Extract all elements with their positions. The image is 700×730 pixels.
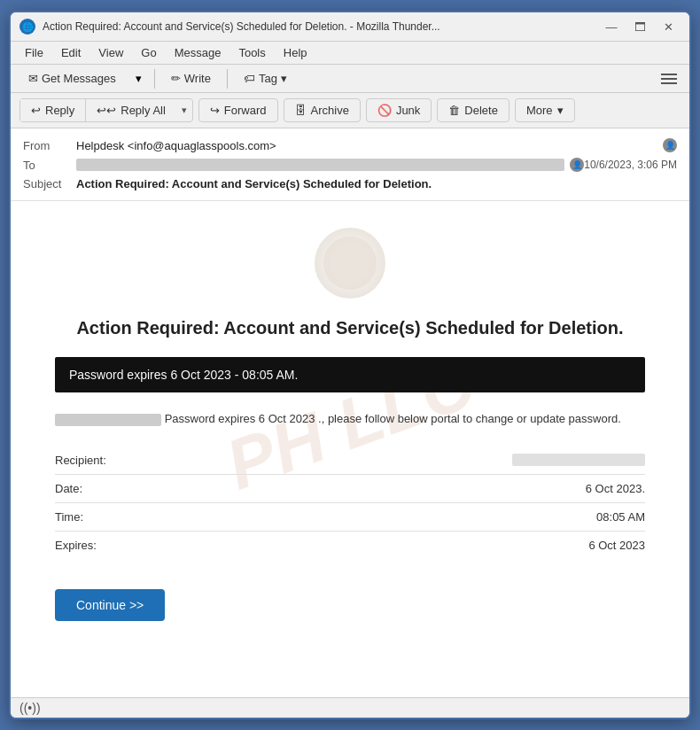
from-label: From xyxy=(23,139,76,152)
minimize-button[interactable]: — xyxy=(599,18,624,35)
menu-help[interactable]: Help xyxy=(276,43,315,62)
time-row: Time: 08:05 AM xyxy=(55,503,645,532)
to-contact-icon[interactable]: 👤 xyxy=(570,158,584,172)
email-date: 10/6/2023, 3:06 PM xyxy=(584,159,677,171)
junk-icon: 🚫 xyxy=(377,104,392,117)
menu-edit[interactable]: Edit xyxy=(54,43,88,62)
window-controls: — 🗖 ✕ xyxy=(599,18,681,35)
tag-label: Tag xyxy=(259,72,277,85)
menu-message[interactable]: Message xyxy=(167,43,229,62)
expires-label: Expires: xyxy=(55,539,97,552)
to-row: To 👤 10/6/2023, 3:06 PM xyxy=(23,155,677,175)
get-messages-dropdown[interactable]: ▾ xyxy=(130,68,147,89)
action-bar: ↩ Reply ↩↩ Reply All ▾ ↪ Forward 🗄 Archi… xyxy=(11,93,689,128)
subject-row: Subject Action Required: Account and Ser… xyxy=(23,175,677,193)
toolbar-separator xyxy=(154,69,155,89)
tag-icon: 🏷 xyxy=(244,72,255,85)
continue-button[interactable]: Continue >> xyxy=(55,589,165,621)
menu-go[interactable]: Go xyxy=(134,43,163,62)
email-logo xyxy=(315,228,385,299)
delete-button[interactable]: 🗑 Delete xyxy=(437,98,509,122)
hamburger-menu[interactable] xyxy=(657,70,681,88)
reply-all-label: Reply All xyxy=(121,104,166,117)
subject-label: Subject xyxy=(23,177,76,190)
toolbar-separator-2 xyxy=(227,69,228,89)
menu-tools[interactable]: Tools xyxy=(231,43,272,62)
maximize-button[interactable]: 🗖 xyxy=(627,18,652,35)
menu-file[interactable]: File xyxy=(18,43,51,62)
email-inner: Action Required: Account and Service(s) … xyxy=(55,228,645,621)
get-messages-button[interactable]: ✉ Get Messages xyxy=(19,68,125,89)
get-messages-label: Get Messages xyxy=(42,72,116,85)
hamburger-line-2 xyxy=(661,78,677,80)
close-button[interactable]: ✕ xyxy=(656,18,681,35)
expires-row: Expires: 6 Oct 2023 xyxy=(55,532,645,559)
time-value: 08:05 AM xyxy=(596,510,645,524)
email-logo-inner xyxy=(323,237,377,290)
recipient-row: Recipient: xyxy=(55,447,645,475)
menu-bar: File Edit View Go Message Tools Help xyxy=(11,42,689,65)
reply-dropdown-button[interactable]: ▾ xyxy=(176,98,193,122)
date-value: 6 Oct 2023. xyxy=(586,482,645,495)
junk-label: Junk xyxy=(396,104,420,117)
expires-value: 6 Oct 2023 xyxy=(588,539,645,552)
main-toolbar: ✉ Get Messages ▾ ✏ Write 🏷 Tag ▾ xyxy=(11,65,689,93)
intro-text: Password expires 6 Oct 2023 ., please fo… xyxy=(55,410,645,429)
write-button[interactable]: ✏ Write xyxy=(162,68,220,89)
forward-button[interactable]: ↪ Forward xyxy=(198,98,278,122)
reply-group: ↩ Reply ↩↩ Reply All ▾ xyxy=(19,98,193,122)
tag-button[interactable]: 🏷 Tag ▾ xyxy=(235,68,296,89)
password-bar: Password expires 6 Oct 2023 - 08:05 AM. xyxy=(55,357,645,392)
title-bar: 🌐 Action Required: Account and Service(s… xyxy=(11,12,689,42)
main-window: 🌐 Action Required: Account and Service(s… xyxy=(9,11,691,719)
hamburger-line-1 xyxy=(661,74,677,75)
email-body: PH LLC Action Required: Account and Serv… xyxy=(11,201,689,697)
menu-view[interactable]: View xyxy=(91,43,130,62)
reply-all-button[interactable]: ↩↩ Reply All xyxy=(85,98,176,122)
archive-icon: 🗄 xyxy=(295,104,307,117)
email-title: Action Required: Account and Service(s) … xyxy=(55,316,645,339)
forward-label: Forward xyxy=(224,104,267,117)
from-row: From Helpdesk <info@aquaglasspools.com> … xyxy=(23,136,677,155)
reply-all-icon: ↩↩ xyxy=(97,104,116,117)
envelope-icon: ✉ xyxy=(28,72,38,85)
status-bar: ((•)) xyxy=(11,697,689,718)
date-row: Date: 6 Oct 2023. xyxy=(55,475,645,503)
more-label: More xyxy=(526,104,553,117)
intro-text-content: Password expires 6 Oct 2023 ., please fo… xyxy=(165,412,621,425)
delete-label: Delete xyxy=(464,104,498,117)
password-bar-text: Password expires 6 Oct 2023 - 08:05 AM. xyxy=(69,368,298,382)
archive-button[interactable]: 🗄 Archive xyxy=(284,98,361,122)
more-button[interactable]: More ▾ xyxy=(515,98,575,122)
signal-icon: ((•)) xyxy=(19,701,41,715)
from-value: Helpdesk <info@aquaglasspools.com> xyxy=(76,139,659,152)
tag-dropdown-icon: ▾ xyxy=(281,72,287,85)
write-label: Write xyxy=(184,72,211,85)
reply-button[interactable]: ↩ Reply xyxy=(19,98,85,122)
pencil-icon: ✏ xyxy=(171,72,181,85)
redacted-email xyxy=(55,414,161,426)
contact-icon[interactable]: 👤 xyxy=(663,138,677,152)
date-label: Date: xyxy=(55,482,82,495)
forward-icon: ↪ xyxy=(210,104,220,117)
recipient-label: Recipient: xyxy=(55,454,106,467)
recipient-value xyxy=(512,454,645,466)
to-value xyxy=(76,159,564,171)
email-headers: From Helpdesk <info@aquaglasspools.com> … xyxy=(11,128,689,201)
trash-icon: 🗑 xyxy=(448,104,460,117)
more-dropdown-icon: ▾ xyxy=(557,104,564,117)
junk-button[interactable]: 🚫 Junk xyxy=(366,98,432,122)
app-icon: 🌐 xyxy=(19,19,35,35)
email-content: PH LLC Action Required: Account and Serv… xyxy=(11,201,689,648)
archive-label: Archive xyxy=(311,104,349,117)
reply-label: Reply xyxy=(45,104,74,117)
subject-value: Action Required: Account and Service(s) … xyxy=(76,177,677,190)
info-table: Recipient: Date: 6 Oct 2023. Time: 08:05… xyxy=(55,447,645,559)
reply-icon: ↩ xyxy=(31,104,41,117)
to-label: To xyxy=(23,159,76,172)
hamburger-line-3 xyxy=(661,82,677,84)
time-label: Time: xyxy=(55,510,83,524)
window-title: Action Required: Account and Service(s) … xyxy=(43,20,592,33)
